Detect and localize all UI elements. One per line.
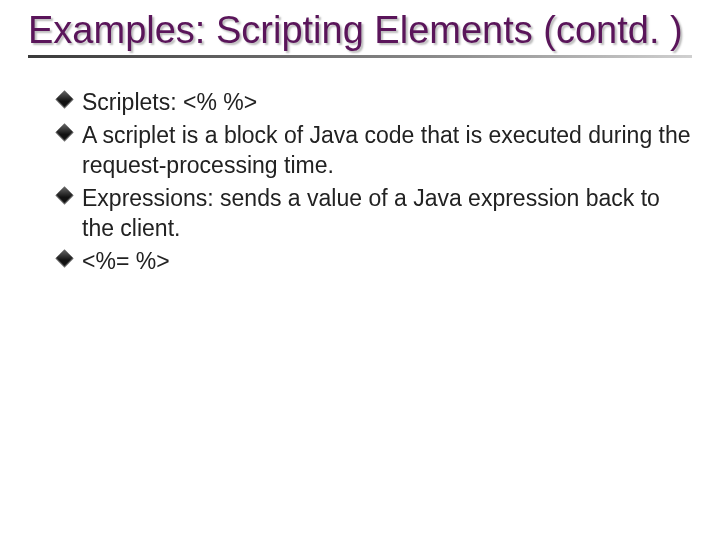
- title-underline: [28, 55, 692, 58]
- list-item-text: Scriplets: <% %>: [82, 89, 257, 115]
- diamond-bullet-icon: [55, 124, 73, 142]
- list-item: A scriplet is a block of Java code that …: [58, 121, 692, 180]
- diamond-bullet-icon: [55, 249, 73, 267]
- list-item: Scriplets: <% %>: [58, 88, 692, 117]
- slide-title: Examples: Scripting Elements (contd. ): [28, 8, 692, 53]
- slide-body: Scriplets: <% %> A scriplet is a block o…: [28, 88, 692, 277]
- diamond-bullet-icon: [55, 186, 73, 204]
- list-item-text: Expressions: sends a value of a Java exp…: [82, 185, 660, 240]
- list-item: Expressions: sends a value of a Java exp…: [58, 184, 692, 243]
- list-item-text: <%= %>: [82, 248, 170, 274]
- list-item: <%= %>: [58, 247, 692, 276]
- diamond-bullet-icon: [55, 90, 73, 108]
- list-item-text: A scriplet is a block of Java code that …: [82, 122, 691, 177]
